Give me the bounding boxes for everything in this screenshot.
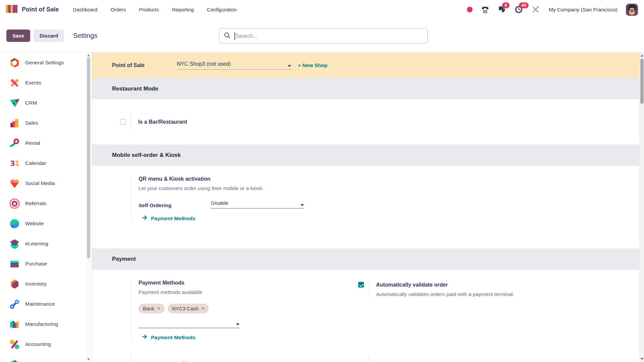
menu-dashboard[interactable]: Dashboard [73, 7, 97, 12]
sidebar-item-label: Manufacturing [25, 321, 58, 327]
section-title: Payment [112, 256, 136, 262]
navbar-systray: 6 44 My Company (San Francisco) [467, 4, 638, 16]
elearning-icon [9, 238, 20, 249]
scroll-up-arrow-icon[interactable] [87, 54, 90, 56]
menu-reporting[interactable]: Reporting [172, 7, 194, 12]
voip-phone-icon[interactable] [481, 5, 489, 14]
messages-icon[interactable]: 6 [498, 5, 506, 14]
sidebar-scrollbar[interactable] [86, 53, 91, 362]
menu-products[interactable]: Products [139, 7, 159, 12]
app-name: Point of Sale [22, 6, 59, 13]
events-icon [9, 77, 20, 88]
shop-select[interactable]: NYC Shop3 (not used) [177, 61, 291, 70]
sidebar-item-rental[interactable]: Rental [0, 133, 92, 153]
sidebar-item-website[interactable]: Website [0, 214, 92, 234]
sidebar-item-label: CRM [25, 100, 37, 106]
self-ordering-label: Self Ordering [139, 202, 211, 208]
sidebar-item-calendar[interactable]: 31 Calendar [0, 153, 92, 173]
manufacturing-icon [9, 319, 20, 330]
discard-button[interactable]: Discard [34, 29, 64, 42]
settings-content: Point of Sale NYC Shop3 (not used) + New… [92, 53, 644, 362]
divider [131, 355, 131, 362]
self-ordering-select[interactable]: Disable [211, 200, 304, 208]
bar-restaurant-checkbox[interactable] [120, 119, 126, 125]
general-settings-icon [9, 57, 20, 68]
cash-rounding-setting: Cash Rounding ? [120, 355, 187, 362]
sidebar-item-crm[interactable]: CRM [0, 93, 92, 113]
chevron-down-icon [301, 204, 304, 206]
rental-icon [9, 138, 20, 149]
activities-clock-icon[interactable]: 44 [515, 5, 523, 14]
sidebar-item-referrals[interactable]: Referrals [0, 193, 92, 214]
kiosk-body: QR menu & Kiosk activation Let your cust… [92, 166, 644, 248]
scroll-down-arrow-icon[interactable] [87, 358, 90, 360]
bar-restaurant-row: Is a Bar/Restaurant [120, 113, 187, 131]
content-scrollbar-thumb[interactable] [640, 59, 644, 104]
save-button[interactable]: Save [6, 29, 30, 42]
arrow-right-icon [142, 334, 148, 341]
tag-nyc3-cash[interactable]: NYC3 Cash × [168, 304, 209, 313]
section-kiosk: Mobile self-order & Kiosk [92, 144, 644, 166]
search-icon [224, 32, 231, 40]
sidebar-item-manufacturing[interactable]: Manufacturing [0, 314, 92, 334]
qr-kiosk-title: QR menu & Kiosk activation [139, 176, 644, 182]
auto-validate-desc: Automatically validates orders paid with… [376, 291, 514, 297]
point-of-sale-logo-icon [5, 4, 18, 15]
sidebar-item-label: Referrals [25, 200, 46, 206]
sidebar-item-accounting[interactable]: Accounting [0, 334, 92, 354]
restaurant-mode-body: Is a Bar/Restaurant [92, 99, 644, 144]
remove-tag-icon[interactable]: × [157, 306, 160, 311]
sidebar-scrollbar-thumb[interactable] [87, 57, 90, 258]
remove-tag-icon[interactable]: × [202, 306, 204, 311]
sidebar-item-label: Events [25, 80, 41, 86]
banner-label: Point of Sale [112, 62, 177, 68]
activities-badge: 44 [519, 2, 529, 8]
sidebar-item-purchase[interactable]: Purchase [0, 254, 92, 274]
auto-validate-setting: Automatically validate order Automatical… [358, 282, 514, 297]
page-title: Settings [73, 32, 97, 40]
sidebar-item-sales[interactable]: Sales [0, 113, 92, 133]
payment-methods-select[interactable] [139, 318, 239, 328]
user-avatar[interactable] [626, 4, 638, 16]
settings-sidebar: General Settings Events CRM Sales [0, 53, 92, 362]
crm-icon [9, 98, 20, 109]
scroll-up-arrow-icon[interactable] [641, 55, 643, 57]
sidebar-item-label: Accounting [25, 341, 51, 347]
link-label: Payment Methods [151, 216, 196, 222]
sidebar-item-events[interactable]: Events [0, 73, 92, 93]
sidebar-item-label: Purchase [25, 261, 47, 267]
sidebar-item-maintenance[interactable]: Maintenance [0, 294, 92, 314]
menu-configuration[interactable]: Configuration [207, 7, 237, 12]
search-bar[interactable] [219, 28, 428, 44]
divider [369, 282, 369, 297]
recording-indicator-icon[interactable] [467, 7, 473, 12]
referrals-icon [9, 198, 20, 209]
sidebar-item-project[interactable]: Project [0, 354, 92, 362]
tag-label: NYC3 Cash [172, 306, 199, 311]
menu-orders[interactable]: Orders [111, 7, 126, 12]
sidebar-item-elearning[interactable]: eLearning [0, 234, 92, 254]
payment-methods-link[interactable]: Payment Methods [142, 334, 239, 341]
company-switcher[interactable]: My Company (San Francisco) [549, 7, 618, 13]
section-title: Mobile self-order & Kiosk [112, 152, 181, 159]
sales-icon [9, 118, 20, 129]
section-title: Restaurant Mode [112, 85, 158, 92]
scroll-down-arrow-icon[interactable] [641, 358, 643, 360]
search-input[interactable] [235, 33, 423, 40]
content-scrollbar[interactable] [639, 53, 644, 362]
sidebar-item-general-settings[interactable]: General Settings [0, 53, 92, 73]
auto-validate-checkbox[interactable] [358, 282, 364, 288]
app-switcher[interactable]: Point of Sale [5, 4, 59, 15]
sidebar-item-label: Sales [25, 120, 38, 126]
tag-bank[interactable]: Bank × [139, 304, 165, 313]
sidebar-item-social-media[interactable]: Social Media [0, 173, 92, 193]
payment-methods-desc: Payment methods available [139, 289, 239, 295]
tools-icon[interactable] [531, 5, 540, 14]
qr-kiosk-desc: Let your customers order using their mob… [139, 185, 644, 191]
new-shop-link[interactable]: + New Shop [298, 62, 327, 68]
kiosk-payment-methods-link[interactable]: Payment Methods [142, 215, 644, 222]
payment-body: Payment Methods Payment methods availabl… [92, 270, 644, 362]
sidebar-item-inventory[interactable]: Inventory [0, 274, 92, 294]
chevron-down-icon [288, 65, 291, 67]
project-icon [9, 359, 20, 362]
